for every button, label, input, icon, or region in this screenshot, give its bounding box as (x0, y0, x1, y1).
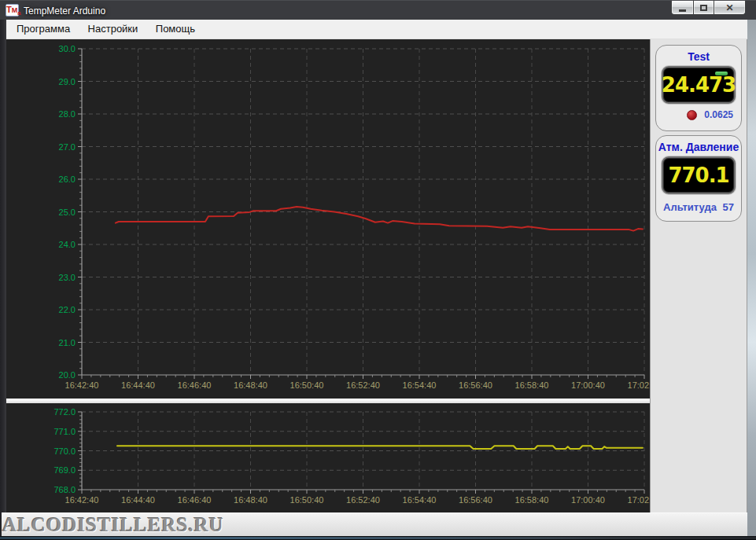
temperature-value: 24.473 (662, 73, 736, 97)
side-panel: Test 24.473 0.0625 Атм. Давление 770.1 А… (650, 39, 747, 512)
altitude-value: 57 (723, 201, 734, 213)
svg-text:23.0: 23.0 (59, 273, 76, 282)
svg-text:17:00:40: 17:00:40 (571, 495, 605, 505)
minimize-icon (679, 9, 686, 12)
svg-text:16:44:40: 16:44:40 (121, 495, 155, 505)
svg-text:16:58:40: 16:58:40 (515, 495, 549, 505)
pressure-gauge-title: Атм. Давление (656, 141, 741, 153)
close-icon: ✕ (725, 2, 733, 14)
svg-text:16:56:40: 16:56:40 (459, 495, 492, 505)
svg-text:22.0: 22.0 (59, 305, 76, 314)
maximize-icon (700, 5, 707, 11)
watermark-text: ALCODISTILLERS.RU (2, 514, 224, 535)
window-controls: ✕ (672, 1, 746, 16)
svg-text:772.0: 772.0 (53, 407, 76, 417)
svg-text:16:42:40: 16:42:40 (65, 380, 99, 390)
svg-text:16:52:40: 16:52:40 (346, 495, 380, 505)
chart-area: 20.021.022.023.024.025.026.027.028.029.0… (6, 39, 650, 512)
svg-text:16:56:40: 16:56:40 (459, 380, 492, 390)
svg-text:27.0: 27.0 (59, 142, 76, 152)
test-gauge-title: Test (656, 50, 741, 63)
svg-text:20.0: 20.0 (59, 370, 76, 380)
svg-text:25.0: 25.0 (59, 208, 76, 217)
resolution-value: 0.0625 (704, 109, 733, 120)
temperature-chart: 20.021.022.023.024.025.026.027.028.029.0… (6, 39, 650, 399)
svg-text:16:46:40: 16:46:40 (178, 495, 212, 505)
svg-text:17:02:40: 17:02:40 (628, 380, 650, 390)
svg-text:16:54:40: 16:54:40 (403, 380, 437, 390)
menu-item-program[interactable]: Программа (9, 20, 77, 39)
svg-text:769.0: 769.0 (53, 465, 76, 475)
title-bar[interactable]: TMa TempMeter Arduino ✕ (0, 0, 756, 20)
pressure-gauge-panel: Атм. Давление 770.1 Альтитуда 57 (655, 135, 742, 222)
window-title: TempMeter Arduino (24, 1, 105, 20)
svg-text:16:50:40: 16:50:40 (290, 495, 324, 505)
svg-text:771.0: 771.0 (53, 427, 76, 436)
svg-text:24.0: 24.0 (59, 240, 76, 249)
pressure-lcd-display: 770.1 (662, 156, 736, 194)
svg-text:26.0: 26.0 (59, 174, 76, 184)
svg-text:16:46:40: 16:46:40 (178, 380, 212, 390)
window-bottom-edge (0, 536, 756, 540)
close-button[interactable]: ✕ (714, 1, 746, 15)
svg-text:16:58:40: 16:58:40 (515, 380, 549, 390)
svg-text:17:02:40: 17:02:40 (628, 495, 650, 505)
svg-text:16:50:40: 16:50:40 (290, 380, 324, 390)
menu-item-help[interactable]: Помощь (149, 20, 202, 39)
bottom-bar: ALCODISTILLERS.RU (2, 512, 747, 536)
pressure-value: 770.1 (668, 163, 728, 187)
pressure-chart: 768.0769.0770.0771.0772.016:42:4016:44:4… (6, 403, 650, 512)
svg-text:768.0: 768.0 (53, 485, 76, 494)
svg-text:29.0: 29.0 (59, 77, 76, 86)
window-left-border (0, 20, 6, 540)
svg-text:17:00:40: 17:00:40 (571, 380, 605, 390)
svg-text:28.0: 28.0 (59, 109, 76, 119)
app-icon: TMa (6, 4, 19, 17)
temperature-lcd-display: 24.473 (662, 66, 736, 104)
svg-text:770.0: 770.0 (53, 446, 76, 456)
menu-item-settings[interactable]: Настройки (81, 20, 146, 39)
svg-text:16:48:40: 16:48:40 (234, 380, 267, 390)
svg-text:16:54:40: 16:54:40 (403, 495, 437, 505)
record-dot-icon (687, 110, 697, 120)
minimize-button[interactable] (671, 1, 694, 15)
status-led-icon (715, 72, 728, 75)
svg-text:16:42:40: 16:42:40 (65, 495, 99, 505)
svg-text:16:52:40: 16:52:40 (346, 380, 380, 390)
test-gauge-panel: Test 24.473 0.0625 (655, 45, 742, 131)
svg-text:16:48:40: 16:48:40 (234, 495, 267, 505)
svg-text:16:44:40: 16:44:40 (121, 380, 155, 390)
menu-bar: Программа Настройки Помощь (6, 20, 747, 39)
svg-text:21.0: 21.0 (59, 338, 76, 347)
svg-text:30.0: 30.0 (59, 44, 76, 53)
altitude-label: Альтитуда (663, 201, 717, 213)
window-right-border (747, 20, 756, 540)
maximize-button[interactable] (693, 1, 714, 15)
